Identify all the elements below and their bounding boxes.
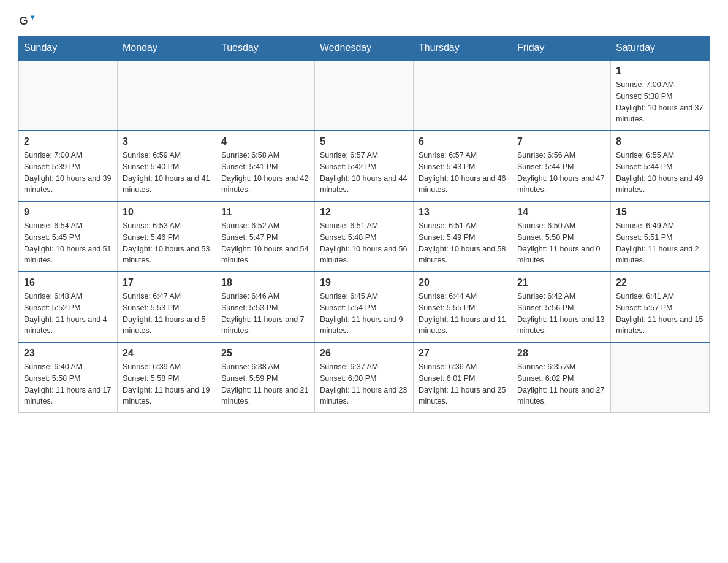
calendar-day-cell: 16Sunrise: 6:48 AMSunset: 5:52 PMDayligh… xyxy=(19,272,118,342)
day-number: 25 xyxy=(221,348,309,359)
calendar-day-cell: 3Sunrise: 6:59 AMSunset: 5:40 PMDaylight… xyxy=(118,131,216,201)
day-number: 5 xyxy=(320,136,408,147)
day-info: Sunrise: 6:42 AMSunset: 5:56 PMDaylight:… xyxy=(517,291,605,337)
day-number: 26 xyxy=(320,348,408,359)
day-number: 20 xyxy=(419,277,507,288)
day-info: Sunrise: 6:36 AMSunset: 6:01 PMDaylight:… xyxy=(419,361,507,407)
calendar-header-row: SundayMondayTuesdayWednesdayThursdayFrid… xyxy=(19,36,710,61)
calendar-week-row: 1Sunrise: 7:00 AMSunset: 5:38 PMDaylight… xyxy=(19,60,710,131)
day-info: Sunrise: 6:57 AMSunset: 5:43 PMDaylight:… xyxy=(419,150,507,196)
day-number: 23 xyxy=(24,348,112,359)
empty-cell xyxy=(118,60,216,131)
header-day-monday: Monday xyxy=(118,36,216,61)
day-number: 18 xyxy=(221,277,309,288)
day-number: 7 xyxy=(517,136,605,147)
day-number: 13 xyxy=(419,207,507,218)
header-day-friday: Friday xyxy=(512,36,611,61)
calendar-week-row: 23Sunrise: 6:40 AMSunset: 5:58 PMDayligh… xyxy=(19,342,710,413)
calendar-day-cell: 26Sunrise: 6:37 AMSunset: 6:00 PMDayligh… xyxy=(315,342,414,413)
day-number: 14 xyxy=(517,207,605,218)
empty-cell xyxy=(512,60,611,131)
calendar-day-cell: 20Sunrise: 6:44 AMSunset: 5:55 PMDayligh… xyxy=(414,272,512,342)
calendar-day-cell: 27Sunrise: 6:36 AMSunset: 6:01 PMDayligh… xyxy=(414,342,512,413)
day-number: 15 xyxy=(616,207,704,218)
day-info: Sunrise: 6:40 AMSunset: 5:58 PMDaylight:… xyxy=(24,361,112,407)
header-day-saturday: Saturday xyxy=(611,36,710,61)
day-info: Sunrise: 6:44 AMSunset: 5:55 PMDaylight:… xyxy=(419,291,507,337)
day-number: 22 xyxy=(616,277,704,288)
calendar-day-cell: 6Sunrise: 6:57 AMSunset: 5:43 PMDaylight… xyxy=(414,131,512,201)
day-number: 4 xyxy=(221,136,309,147)
calendar-day-cell: 2Sunrise: 7:00 AMSunset: 5:39 PMDaylight… xyxy=(19,131,118,201)
calendar-table: SundayMondayTuesdayWednesdayThursdayFrid… xyxy=(18,36,710,413)
day-info: Sunrise: 6:48 AMSunset: 5:52 PMDaylight:… xyxy=(24,291,112,337)
page-header: G xyxy=(18,12,710,29)
empty-cell xyxy=(19,60,118,131)
day-info: Sunrise: 6:55 AMSunset: 5:44 PMDaylight:… xyxy=(616,150,704,196)
day-info: Sunrise: 6:59 AMSunset: 5:40 PMDaylight:… xyxy=(123,150,211,196)
calendar-day-cell: 28Sunrise: 6:35 AMSunset: 6:02 PMDayligh… xyxy=(512,342,611,413)
calendar-day-cell: 14Sunrise: 6:50 AMSunset: 5:50 PMDayligh… xyxy=(512,201,611,272)
day-info: Sunrise: 6:46 AMSunset: 5:53 PMDaylight:… xyxy=(221,291,309,337)
logo-icon: G xyxy=(18,12,36,29)
empty-cell xyxy=(414,60,512,131)
day-info: Sunrise: 6:52 AMSunset: 5:47 PMDaylight:… xyxy=(221,220,309,266)
day-info: Sunrise: 6:56 AMSunset: 5:44 PMDaylight:… xyxy=(517,150,605,196)
calendar-day-cell: 24Sunrise: 6:39 AMSunset: 5:58 PMDayligh… xyxy=(118,342,216,413)
day-info: Sunrise: 7:00 AMSunset: 5:38 PMDaylight:… xyxy=(616,79,704,125)
day-number: 9 xyxy=(24,207,112,218)
calendar-day-cell: 5Sunrise: 6:57 AMSunset: 5:42 PMDaylight… xyxy=(315,131,414,201)
day-number: 6 xyxy=(419,136,507,147)
empty-cell xyxy=(611,342,710,413)
header-day-wednesday: Wednesday xyxy=(315,36,414,61)
day-info: Sunrise: 7:00 AMSunset: 5:39 PMDaylight:… xyxy=(24,150,112,196)
logo: G xyxy=(18,12,37,29)
day-info: Sunrise: 6:41 AMSunset: 5:57 PMDaylight:… xyxy=(616,291,704,337)
day-info: Sunrise: 6:58 AMSunset: 5:41 PMDaylight:… xyxy=(221,150,309,196)
calendar-day-cell: 7Sunrise: 6:56 AMSunset: 5:44 PMDaylight… xyxy=(512,131,611,201)
day-number: 28 xyxy=(517,348,605,359)
day-number: 17 xyxy=(123,277,211,288)
calendar-day-cell: 8Sunrise: 6:55 AMSunset: 5:44 PMDaylight… xyxy=(611,131,710,201)
empty-cell xyxy=(315,60,414,131)
calendar-day-cell: 9Sunrise: 6:54 AMSunset: 5:45 PMDaylight… xyxy=(19,201,118,272)
calendar-day-cell: 23Sunrise: 6:40 AMSunset: 5:58 PMDayligh… xyxy=(19,342,118,413)
calendar-day-cell: 12Sunrise: 6:51 AMSunset: 5:48 PMDayligh… xyxy=(315,201,414,272)
day-info: Sunrise: 6:39 AMSunset: 5:58 PMDaylight:… xyxy=(123,361,211,407)
day-number: 3 xyxy=(123,136,211,147)
day-info: Sunrise: 6:57 AMSunset: 5:42 PMDaylight:… xyxy=(320,150,408,196)
calendar-day-cell: 19Sunrise: 6:45 AMSunset: 5:54 PMDayligh… xyxy=(315,272,414,342)
header-day-thursday: Thursday xyxy=(414,36,512,61)
calendar-day-cell: 25Sunrise: 6:38 AMSunset: 5:59 PMDayligh… xyxy=(216,342,315,413)
day-info: Sunrise: 6:45 AMSunset: 5:54 PMDaylight:… xyxy=(320,291,408,337)
day-info: Sunrise: 6:51 AMSunset: 5:49 PMDaylight:… xyxy=(419,220,507,266)
day-number: 1 xyxy=(616,66,704,77)
header-day-tuesday: Tuesday xyxy=(216,36,315,61)
day-number: 12 xyxy=(320,207,408,218)
day-info: Sunrise: 6:49 AMSunset: 5:51 PMDaylight:… xyxy=(616,220,704,266)
day-info: Sunrise: 6:35 AMSunset: 6:02 PMDaylight:… xyxy=(517,361,605,407)
day-info: Sunrise: 6:50 AMSunset: 5:50 PMDaylight:… xyxy=(517,220,605,266)
calendar-day-cell: 18Sunrise: 6:46 AMSunset: 5:53 PMDayligh… xyxy=(216,272,315,342)
calendar-day-cell: 22Sunrise: 6:41 AMSunset: 5:57 PMDayligh… xyxy=(611,272,710,342)
day-number: 11 xyxy=(221,207,309,218)
day-info: Sunrise: 6:53 AMSunset: 5:46 PMDaylight:… xyxy=(123,220,211,266)
day-number: 24 xyxy=(123,348,211,359)
day-info: Sunrise: 6:51 AMSunset: 5:48 PMDaylight:… xyxy=(320,220,408,266)
header-day-sunday: Sunday xyxy=(19,36,118,61)
svg-marker-1 xyxy=(31,16,35,20)
day-number: 2 xyxy=(24,136,112,147)
day-info: Sunrise: 6:47 AMSunset: 5:53 PMDaylight:… xyxy=(123,291,211,337)
calendar-day-cell: 15Sunrise: 6:49 AMSunset: 5:51 PMDayligh… xyxy=(611,201,710,272)
svg-text:G: G xyxy=(19,15,28,27)
calendar-day-cell: 1Sunrise: 7:00 AMSunset: 5:38 PMDaylight… xyxy=(611,60,710,131)
calendar-week-row: 16Sunrise: 6:48 AMSunset: 5:52 PMDayligh… xyxy=(19,272,710,342)
calendar-day-cell: 11Sunrise: 6:52 AMSunset: 5:47 PMDayligh… xyxy=(216,201,315,272)
day-info: Sunrise: 6:38 AMSunset: 5:59 PMDaylight:… xyxy=(221,361,309,407)
day-info: Sunrise: 6:37 AMSunset: 6:00 PMDaylight:… xyxy=(320,361,408,407)
calendar-day-cell: 21Sunrise: 6:42 AMSunset: 5:56 PMDayligh… xyxy=(512,272,611,342)
day-number: 19 xyxy=(320,277,408,288)
calendar-day-cell: 10Sunrise: 6:53 AMSunset: 5:46 PMDayligh… xyxy=(118,201,216,272)
empty-cell xyxy=(216,60,315,131)
day-number: 16 xyxy=(24,277,112,288)
